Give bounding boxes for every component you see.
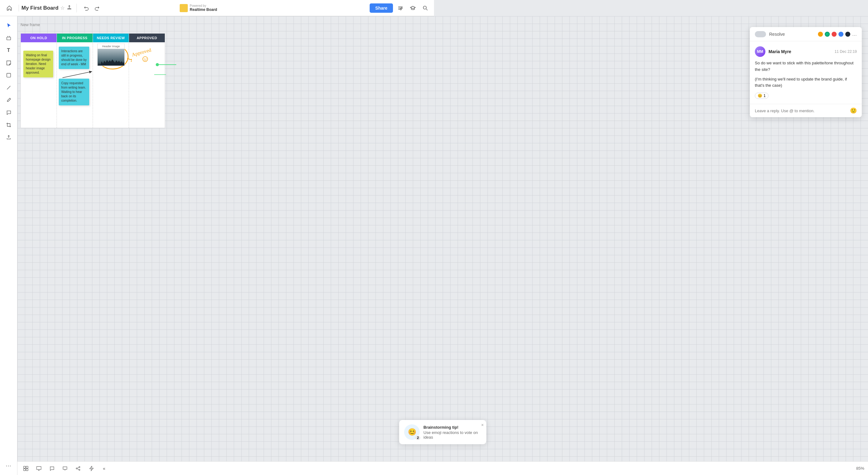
svg-point-15	[146, 58, 147, 59]
forest-silhouette	[98, 58, 124, 66]
sticky-note-1[interactable]: Waiting on final homepage design iterati…	[23, 51, 53, 77]
column-on-hold: ON HOLD Waiting on final homepage design…	[21, 34, 57, 128]
column-in-progress: IN PROGRESS Interactions are still in pr…	[57, 34, 93, 128]
share-icon-topbar[interactable]	[66, 5, 72, 11]
svg-text:Approved: Approved	[131, 47, 152, 58]
topbar-actions	[81, 3, 102, 13]
realtime-board-logo	[180, 4, 188, 12]
col-header-approved: APPROVED	[129, 34, 165, 42]
tool-text[interactable]: T	[3, 45, 14, 56]
image-card-preview	[98, 49, 124, 66]
tool-sticky[interactable]	[3, 57, 14, 68]
svg-rect-6	[6, 73, 10, 77]
board-frame: ON HOLD Waiting on final homepage design…	[21, 33, 165, 128]
topbar-divider	[76, 4, 77, 12]
board-title: My First Board	[22, 5, 58, 11]
left-sidebar: T ···	[0, 16, 18, 238]
share-button[interactable]: Share	[370, 3, 393, 13]
topbar: My First Board ☆ Powered by Realtime	[0, 0, 434, 16]
col-header-in-progress: IN PROGRESS	[57, 34, 93, 42]
tool-frames[interactable]	[3, 32, 14, 43]
kanban-board: ON HOLD Waiting on final homepage design…	[21, 34, 165, 128]
undo-button[interactable]	[81, 3, 91, 13]
canvas[interactable]: New frame ON HOLD Waiting on final homep…	[18, 16, 434, 238]
col-header-on-hold: ON HOLD	[21, 34, 57, 42]
svg-line-7	[7, 86, 10, 90]
image-card-label: Header Image	[98, 44, 124, 49]
svg-point-14	[144, 58, 145, 59]
topbar-right: Share	[370, 3, 430, 13]
tool-line[interactable]	[3, 82, 14, 93]
svg-point-2	[423, 6, 426, 9]
frame-label: New frame	[21, 22, 40, 27]
home-button[interactable]	[4, 2, 15, 14]
tool-select[interactable]	[3, 20, 14, 31]
green-connector-line	[158, 64, 176, 65]
svg-point-0	[401, 7, 402, 9]
column-approved: APPROVED Approved	[129, 34, 165, 128]
tool-comment[interactable]	[3, 107, 14, 118]
powered-by: Powered by Realtime Board	[180, 4, 217, 12]
sticky-note-2[interactable]: Interactions are still in progress, shou…	[59, 46, 89, 69]
tool-shapes[interactable]	[3, 70, 14, 81]
star-icon[interactable]: ☆	[60, 5, 65, 11]
green-connector-dot	[156, 63, 159, 66]
board-title-area: My First Board ☆	[19, 5, 72, 11]
tool-upload[interactable]	[3, 132, 14, 143]
sticky-note-3[interactable]: Copy requested from writing team. Waitin…	[59, 78, 89, 105]
column-needs-review: NEEDS REVIEW Header Image	[93, 34, 129, 128]
redo-button[interactable]	[92, 3, 102, 13]
svg-rect-3	[6, 37, 10, 40]
tool-crop[interactable]	[3, 119, 14, 131]
education-icon[interactable]	[408, 3, 418, 13]
svg-point-1	[400, 9, 401, 10]
approved-handwriting: Approved	[130, 43, 160, 63]
search-icon[interactable]	[420, 3, 430, 13]
tool-pen[interactable]	[3, 95, 14, 106]
settings-icon[interactable]	[396, 3, 405, 13]
powered-by-text: Powered by Realtime Board	[190, 4, 217, 12]
svg-point-13	[143, 57, 148, 62]
image-card[interactable]: Header Image	[97, 43, 125, 66]
col-header-needs-review: NEEDS REVIEW	[93, 34, 129, 42]
